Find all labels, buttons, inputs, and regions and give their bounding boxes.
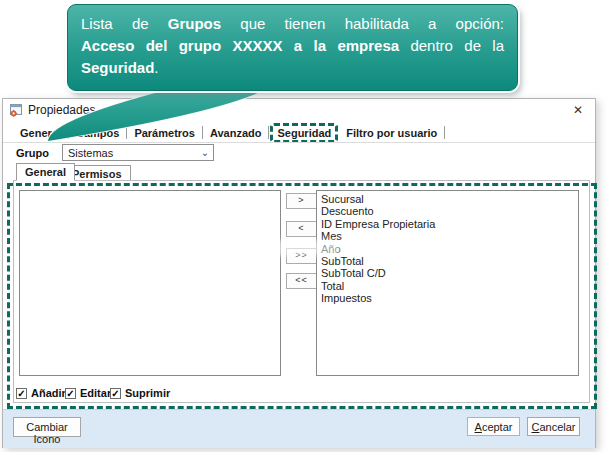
grupo-label: Grupo: [16, 147, 49, 159]
callout-line: Lista de Grupos que tienen habilitada a …: [81, 13, 504, 35]
grupo-combobox[interactable]: Sistemas ⌄: [62, 144, 214, 161]
tab-campos[interactable]: Campos: [69, 127, 126, 139]
cancelar-button[interactable]: Cancelar: [527, 417, 580, 436]
tabstrip-divider: [3, 142, 595, 143]
callout-line: Seguridad.: [81, 57, 504, 79]
available-field-item[interactable]: Mes: [317, 230, 578, 242]
screenshot-root: Propiedades ✕ General Campos Parámetros …: [0, 0, 612, 452]
aceptar-accelerator: A: [475, 421, 482, 433]
chevron-down-icon[interactable]: ⌄: [197, 145, 213, 160]
close-icon[interactable]: ✕: [570, 102, 586, 118]
annotation-callout: Lista de Grupos que tienen habilitada a …: [67, 4, 518, 91]
move-right-button[interactable]: >: [286, 193, 317, 209]
callout-text-bold: Acceso del grupo XXXXX a la empresa: [81, 37, 399, 54]
tab-general[interactable]: General: [13, 127, 68, 139]
callout-text: que tienen habilitada a opción:: [221, 15, 504, 32]
available-field-item[interactable]: SubTotal C/D: [317, 267, 578, 279]
callout-text: Lista de: [81, 15, 168, 32]
available-field-item[interactable]: SubTotal: [317, 255, 578, 267]
available-field-item[interactable]: Descuento: [317, 205, 578, 217]
tab-avanzado[interactable]: Avanzado: [203, 127, 269, 139]
checked-checkbox-icon[interactable]: ✓: [110, 388, 121, 399]
checkbox-anadir[interactable]: ✓ Añadir: [16, 387, 66, 399]
available-field-item[interactable]: Sucursal: [317, 193, 578, 205]
checkbox-anadir-label: Añadir: [31, 387, 66, 399]
assigned-fields-listbox[interactable]: [19, 190, 281, 376]
tab-parametros[interactable]: Parámetros: [127, 127, 202, 139]
checked-checkbox-icon[interactable]: ✓: [16, 388, 27, 399]
available-field-item[interactable]: Total: [317, 280, 578, 292]
checkbox-suprimir-label: Suprimir: [125, 387, 170, 399]
checkbox-suprimir[interactable]: ✓ Suprimir: [110, 387, 170, 399]
callout-line: Acceso del grupo XXXXX a la empresa dent…: [81, 35, 504, 57]
cambiar-icono-button[interactable]: Cambiar Icono: [13, 417, 81, 437]
move-all-left-button[interactable]: <<: [286, 273, 317, 289]
tab-filtro-por-usuario[interactable]: Filtro por usuario: [339, 127, 444, 139]
cancelar-label-rest: ancelar: [539, 421, 575, 433]
checkbox-editar-label: Editar: [80, 387, 111, 399]
callout-text: dentro de la: [399, 37, 504, 54]
aceptar-label-rest: ceptar: [482, 421, 513, 433]
tab-separator: [268, 126, 269, 139]
available-fields-listbox[interactable]: SucursalDescuentoID Empresa PropietariaM…: [316, 190, 579, 376]
move-all-right-button[interactable]: >>: [286, 248, 317, 264]
grupo-selected-value: Sistemas: [63, 145, 197, 160]
available-field-item[interactable]: ID Empresa Propietaria: [317, 218, 578, 230]
callout-text-bold: Grupos: [168, 15, 221, 32]
propiedades-dialog: Propiedades ✕ General Campos Parámetros …: [2, 98, 596, 448]
window-title: Propiedades: [28, 103, 95, 117]
callout-text: .: [154, 59, 158, 76]
callout-text-bold: Seguridad: [81, 59, 154, 76]
dialog-footer: Cambiar Icono Aceptar Cancelar: [3, 409, 595, 448]
checked-checkbox-icon[interactable]: ✓: [65, 388, 76, 399]
tab-seguridad[interactable]: Seguridad: [270, 123, 338, 143]
properties-window-icon: [9, 103, 23, 117]
tab-separator: [444, 126, 445, 139]
available-field-item[interactable]: Impuestos: [317, 292, 578, 304]
available-field-item[interactable]: Año: [317, 243, 578, 255]
aceptar-button[interactable]: Aceptar: [467, 417, 520, 436]
main-tab-strip: General Campos Parámetros Avanzado Segur…: [13, 124, 445, 141]
checkbox-editar[interactable]: ✓ Editar: [65, 387, 111, 399]
subtab-general[interactable]: General: [16, 163, 75, 181]
move-left-button[interactable]: <: [286, 221, 317, 237]
